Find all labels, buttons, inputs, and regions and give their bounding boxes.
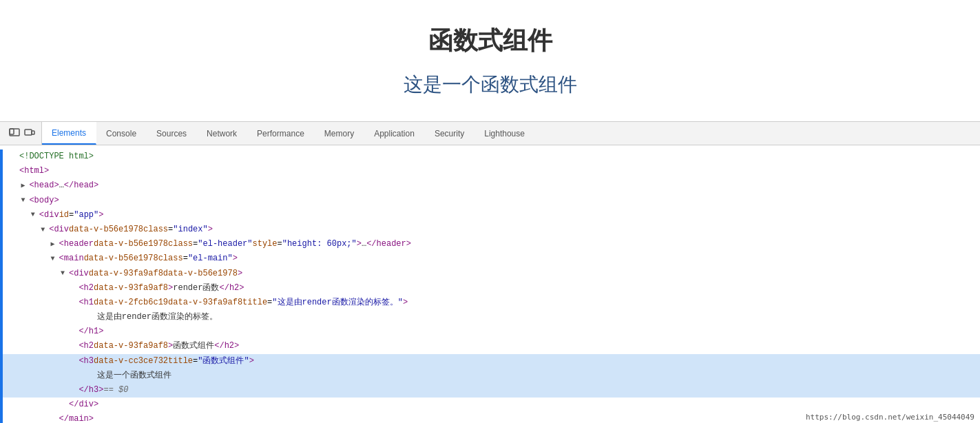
tab-network[interactable]: Network: [197, 122, 247, 145]
device-toggle-icon[interactable]: [23, 127, 36, 140]
expand-icon[interactable]: ▼: [31, 209, 39, 220]
dom-line-line15[interactable]: <h3 data-v-cc3ce732 title="函数式组件">: [0, 354, 980, 369]
svg-rect-3: [32, 131, 34, 134]
expand-icon[interactable]: ▼: [41, 225, 49, 236]
tab-sources[interactable]: Sources: [147, 122, 197, 145]
dom-line-line3[interactable]: ▶ <head>…</head>: [0, 178, 980, 193]
tab-application[interactable]: Application: [364, 122, 425, 145]
dom-line-line11[interactable]: <h1 data-v-2fcb6c19 data-v-93fa9af8 titl…: [0, 296, 980, 310]
expand-icon[interactable]: ▼: [61, 268, 69, 279]
tab-elements[interactable]: Elements: [42, 122, 96, 145]
tab-lighthouse[interactable]: Lighthouse: [475, 122, 535, 145]
tab-performance[interactable]: Performance: [247, 122, 315, 145]
expand-icon[interactable]: ▶: [21, 180, 29, 192]
element-picker-icon[interactable]: [8, 127, 21, 140]
page-subtitle: 这是一个函数式组件: [404, 72, 577, 98]
dom-line-line9[interactable]: ▼ <div data-v-93fa9af8 data-v-b56e1978>: [0, 267, 980, 281]
dom-line-line8[interactable]: ▼ <main data-v-b56e1978 class="el-main">: [0, 251, 980, 266]
expand-icon[interactable]: ▼: [51, 254, 59, 265]
dom-line-line18[interactable]: </div>: [0, 398, 980, 412]
dom-line-line14[interactable]: <h2 data-v-93fa9af8>函数式组件</h2>: [0, 339, 980, 353]
toolbar-icons: [3, 122, 42, 145]
expand-icon[interactable]: ▼: [21, 195, 29, 206]
page-viewport: 函数式组件 这是一个函数式组件: [0, 0, 980, 121]
dom-line-line10[interactable]: <h2 data-v-93fa9af8>render函数</h2>: [0, 281, 980, 296]
dom-line-line6[interactable]: ▼ <div data-v-b56e1978 class="index">: [0, 223, 980, 237]
svg-rect-0: [10, 129, 14, 134]
devtools-toolbar: ElementsConsoleSourcesNetworkPerformance…: [0, 122, 980, 145]
tab-memory[interactable]: Memory: [315, 122, 364, 145]
tab-console[interactable]: Console: [96, 122, 147, 145]
devtools-panel: ElementsConsoleSourcesNetworkPerformance…: [0, 121, 980, 423]
dom-tree-panel[interactable]: <!DOCTYPE html> <html> ▶ <head>…</head> …: [0, 145, 980, 423]
dom-line-line7[interactable]: ▶ <header data-v-b56e1978 class="el-head…: [0, 237, 980, 251]
dom-line-line16[interactable]: 这是一个函数式组件: [0, 369, 980, 383]
dom-line-line13[interactable]: </h1>: [0, 324, 980, 339]
dom-line-line12[interactable]: 这是由render函数渲染的标签。: [0, 310, 980, 324]
dom-line-line17[interactable]: </h3> == $0: [0, 383, 980, 398]
devtools-tabs: ElementsConsoleSourcesNetworkPerformance…: [42, 122, 535, 145]
expand-icon[interactable]: ▶: [51, 239, 59, 250]
dom-line-line5[interactable]: ▼ <div id="app">: [0, 208, 980, 223]
svg-rect-2: [25, 130, 32, 135]
footer-url: https://blog.csdn.net/weixin_45044049: [806, 413, 974, 422]
tab-security[interactable]: Security: [425, 122, 475, 145]
dom-line-line1[interactable]: <!DOCTYPE html>: [0, 149, 980, 164]
page-title: 函数式组件: [428, 24, 552, 58]
dom-line-line2[interactable]: <html>: [0, 164, 980, 178]
dom-line-line4[interactable]: ▼ <body>: [0, 194, 980, 208]
